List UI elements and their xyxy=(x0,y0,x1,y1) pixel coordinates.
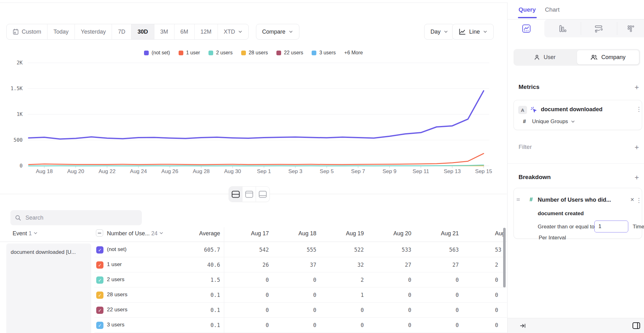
tile-bar-chart[interactable] xyxy=(544,19,580,37)
average-value: 0.1 xyxy=(170,322,220,328)
scope-user-option[interactable]: User xyxy=(514,50,576,64)
range-button-custom[interactable]: Custom xyxy=(7,24,47,39)
close-icon[interactable]: ✕ xyxy=(630,197,634,203)
add-metric-button[interactable]: + xyxy=(633,84,641,92)
x-axis-label: Sep 15 xyxy=(468,168,499,175)
cell-value: 0 xyxy=(495,292,507,298)
add-filter-button[interactable]: + xyxy=(633,144,641,152)
cell-value: 0 xyxy=(225,322,269,328)
toggle-panel-icon[interactable] xyxy=(632,322,641,330)
bar-chart-icon xyxy=(558,24,567,33)
series-line-1-user[interactable] xyxy=(29,154,484,165)
tab-chart[interactable]: Chart xyxy=(545,6,559,13)
line-chart[interactable] xyxy=(0,47,507,172)
top-pane-icon xyxy=(245,190,253,198)
drag-handle-icon[interactable] xyxy=(516,198,520,201)
interval-dropdown[interactable]: Day xyxy=(424,24,454,40)
chevron-down-icon xyxy=(33,231,38,235)
x-axis-label: Sep 13 xyxy=(436,168,468,175)
cell-value: 0 xyxy=(272,277,316,283)
add-breakdown-button[interactable]: + xyxy=(633,174,641,182)
tab-query[interactable]: Query xyxy=(519,6,536,13)
table-row: ✓3 users0.1000000 xyxy=(94,318,507,333)
cell-value: 1 xyxy=(320,292,364,298)
interval-label: Day xyxy=(430,29,441,35)
cell-value: 563 xyxy=(415,247,459,253)
cell-value: 0 xyxy=(367,277,411,283)
chevron-down-icon xyxy=(238,30,242,34)
tile-line-chart[interactable] xyxy=(508,19,544,37)
scope-user-label: User xyxy=(544,54,556,61)
range-button-30d[interactable]: 30D xyxy=(131,24,154,39)
breakdown-title[interactable]: Number of Users who did... xyxy=(538,197,611,203)
select-all-checkbox[interactable] xyxy=(96,229,103,237)
breakdown-card[interactable]: # Number of Users who did... ✕ ⋮ documen… xyxy=(514,188,642,239)
x-axis-label: Sep 9 xyxy=(374,168,405,175)
view-split-button[interactable] xyxy=(229,187,242,202)
row-checkbox[interactable]: ✓ xyxy=(96,276,103,284)
date-column-header: Aug 18 xyxy=(272,230,316,237)
row-checkbox[interactable]: ✓ xyxy=(96,292,103,299)
compare-button[interactable]: Compare xyxy=(256,24,299,40)
app-screen: CustomTodayYesterday7D30D3M6M12MXTD Comp… xyxy=(0,0,644,333)
view-table-only-button[interactable] xyxy=(256,187,269,202)
measure-hash-icon: # xyxy=(523,118,526,125)
breakdown-event-name[interactable]: document created xyxy=(538,210,584,217)
range-label: Custom xyxy=(22,29,41,35)
y-axis-label: 2K xyxy=(0,60,23,66)
metric-menu-button[interactable]: ⋮ xyxy=(636,106,642,113)
row-checkbox[interactable]: ✓ xyxy=(96,246,103,254)
split-view-icon xyxy=(231,190,240,198)
range-button-yesterday[interactable]: Yesterday xyxy=(75,24,112,39)
row-checkbox[interactable]: ✓ xyxy=(96,322,103,329)
row-label: 2 users xyxy=(107,276,125,283)
range-button-6m[interactable]: 6M xyxy=(175,24,195,39)
tile-more-charts[interactable] xyxy=(617,19,644,37)
bottom-pane-icon xyxy=(258,190,267,198)
range-button-12m[interactable]: 12M xyxy=(195,24,218,39)
row-checkbox[interactable]: ✓ xyxy=(96,261,103,269)
scope-company-option[interactable]: Company xyxy=(577,50,639,64)
range-button-3m[interactable]: 3M xyxy=(154,24,175,39)
cell-value: 0 xyxy=(272,307,316,313)
users-column-header[interactable]: Number of Use... 24 xyxy=(107,230,164,237)
search-input[interactable] xyxy=(25,215,132,221)
range-label: 12M xyxy=(201,29,212,35)
times-value-input[interactable] xyxy=(594,221,628,232)
row-label: 3 users xyxy=(107,322,125,328)
x-axis-label: Aug 28 xyxy=(186,168,217,175)
chart-type-dropdown[interactable]: Line xyxy=(452,24,494,40)
event-row[interactable]: document downloaded [U... xyxy=(6,243,91,333)
x-axis-label: Sep 11 xyxy=(405,168,436,175)
metric-event-name[interactable]: document downloaded xyxy=(541,106,602,113)
measure-dropdown[interactable]: Unique Groups xyxy=(532,118,575,125)
cell-value: 0 xyxy=(495,322,507,328)
view-chart-only-button[interactable] xyxy=(242,187,256,202)
range-label: 3M xyxy=(160,29,168,35)
range-button-xtd[interactable]: XTD xyxy=(218,24,248,39)
date-column-header: Aug 21 xyxy=(415,230,459,237)
range-label: Yesterday xyxy=(81,29,106,35)
cell-value: 0 xyxy=(320,307,364,313)
range-button-7d[interactable]: 7D xyxy=(112,24,131,39)
x-axis-label: Aug 26 xyxy=(154,168,186,175)
date-range-group: CustomTodayYesterday7D30D3M6M12MXTD xyxy=(6,24,249,40)
collapse-panel-icon[interactable] xyxy=(519,322,526,329)
scope-company-label: Company xyxy=(601,54,625,61)
tile-flow-chart[interactable] xyxy=(581,19,617,37)
times-label: Times xyxy=(633,224,644,230)
cell-value: 0 xyxy=(225,292,269,298)
event-column-header[interactable]: Event 1 xyxy=(13,230,38,237)
cell-value: 522 xyxy=(320,247,364,253)
measure-label: Unique Groups xyxy=(532,118,568,125)
row-checkbox[interactable]: ✓ xyxy=(96,307,103,314)
metric-card[interactable]: A document downloaded ⋮ # Unique Groups xyxy=(514,100,642,130)
series-line-2-users[interactable] xyxy=(29,165,484,166)
breakdown-menu-button[interactable]: ⋮ xyxy=(636,197,642,204)
chart-main-area: CustomTodayYesterday7D30D3M6M12MXTD Comp… xyxy=(0,3,507,333)
range-button-today[interactable]: Today xyxy=(47,24,75,39)
query-panel: Query Chart xyxy=(507,3,644,333)
table-scrollbar[interactable] xyxy=(503,228,506,287)
cell-value: 37 xyxy=(272,262,316,268)
series-line--not-set-[interactable] xyxy=(29,91,484,139)
